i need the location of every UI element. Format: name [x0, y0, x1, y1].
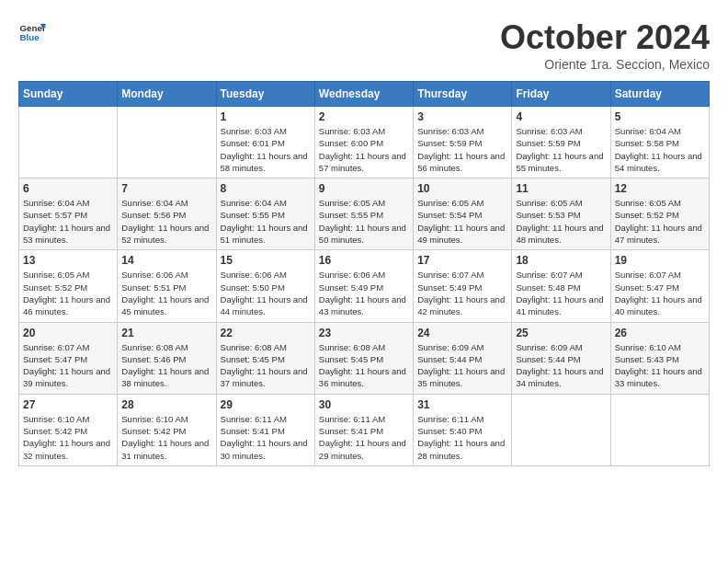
- calendar-day-cell: 25Sunrise: 6:09 AM Sunset: 5:44 PM Dayli…: [512, 322, 610, 394]
- month-title: October 2024: [500, 18, 710, 57]
- day-number: 4: [516, 110, 606, 123]
- day-number: 22: [221, 327, 311, 339]
- calendar-day-cell: 4Sunrise: 6:03 AM Sunset: 5:59 PM Daylig…: [512, 107, 610, 178]
- day-info: Sunrise: 6:06 AM Sunset: 5:49 PM Dayligh…: [319, 269, 409, 317]
- day-number: 19: [615, 254, 705, 267]
- calendar-day-cell: 5Sunrise: 6:04 AM Sunset: 5:58 PM Daylig…: [610, 107, 709, 178]
- weekday-header-friday: Friday: [512, 82, 610, 107]
- calendar-day-cell: 21Sunrise: 6:08 AM Sunset: 5:46 PM Dayli…: [118, 322, 216, 394]
- day-number: 21: [121, 327, 211, 339]
- day-number: 10: [417, 182, 507, 195]
- calendar-day-cell: 15Sunrise: 6:06 AM Sunset: 5:50 PM Dayli…: [216, 250, 314, 322]
- day-info: Sunrise: 6:05 AM Sunset: 5:52 PM Dayligh…: [23, 269, 113, 317]
- calendar-day-cell: 12Sunrise: 6:05 AM Sunset: 5:52 PM Dayli…: [610, 178, 709, 250]
- calendar-day-cell: 11Sunrise: 6:05 AM Sunset: 5:53 PM Dayli…: [512, 178, 610, 250]
- calendar-header-row: SundayMondayTuesdayWednesdayThursdayFrid…: [19, 82, 710, 107]
- logo: General Blue: [18, 18, 46, 46]
- calendar-day-cell: 13Sunrise: 6:05 AM Sunset: 5:52 PM Dayli…: [19, 250, 118, 322]
- calendar-day-cell: 7Sunrise: 6:04 AM Sunset: 5:56 PM Daylig…: [118, 178, 216, 250]
- day-number: 18: [516, 254, 606, 267]
- day-info: Sunrise: 6:04 AM Sunset: 5:56 PM Dayligh…: [121, 197, 211, 246]
- day-number: 5: [615, 110, 705, 123]
- calendar-day-cell: 18Sunrise: 6:07 AM Sunset: 5:48 PM Dayli…: [512, 250, 610, 322]
- day-info: Sunrise: 6:07 AM Sunset: 5:47 PM Dayligh…: [23, 341, 113, 390]
- calendar-day-cell: 3Sunrise: 6:03 AM Sunset: 5:59 PM Daylig…: [414, 107, 512, 178]
- calendar-day-cell: 16Sunrise: 6:06 AM Sunset: 5:49 PM Dayli…: [314, 250, 413, 322]
- day-number: 2: [319, 110, 409, 123]
- weekday-header-sunday: Sunday: [19, 82, 118, 107]
- day-number: 14: [121, 254, 211, 267]
- day-number: 25: [516, 327, 606, 339]
- day-number: 30: [319, 398, 409, 411]
- page-header: General Blue October 2024 Oriente 1ra. S…: [18, 18, 710, 72]
- calendar-day-cell: 6Sunrise: 6:04 AM Sunset: 5:57 PM Daylig…: [19, 178, 118, 250]
- day-number: 28: [121, 398, 211, 411]
- day-info: Sunrise: 6:04 AM Sunset: 5:58 PM Dayligh…: [615, 125, 705, 174]
- calendar-day-cell: 10Sunrise: 6:05 AM Sunset: 5:54 PM Dayli…: [414, 178, 512, 250]
- calendar-day-cell: [610, 394, 709, 465]
- calendar-week-row: 1Sunrise: 6:03 AM Sunset: 6:01 PM Daylig…: [19, 107, 710, 178]
- day-info: Sunrise: 6:06 AM Sunset: 5:50 PM Dayligh…: [221, 269, 311, 317]
- day-number: 31: [417, 398, 507, 411]
- day-info: Sunrise: 6:03 AM Sunset: 5:59 PM Dayligh…: [417, 125, 507, 174]
- calendar-day-cell: 23Sunrise: 6:08 AM Sunset: 5:45 PM Dayli…: [314, 322, 413, 394]
- calendar-day-cell: [512, 394, 610, 465]
- day-info: Sunrise: 6:10 AM Sunset: 5:43 PM Dayligh…: [615, 341, 705, 390]
- day-number: 16: [319, 254, 409, 267]
- calendar-day-cell: 17Sunrise: 6:07 AM Sunset: 5:49 PM Dayli…: [414, 250, 512, 322]
- day-info: Sunrise: 6:05 AM Sunset: 5:52 PM Dayligh…: [615, 197, 705, 246]
- day-info: Sunrise: 6:08 AM Sunset: 5:46 PM Dayligh…: [121, 341, 211, 390]
- day-number: 24: [417, 327, 507, 339]
- calendar-day-cell: 26Sunrise: 6:10 AM Sunset: 5:43 PM Dayli…: [610, 322, 709, 394]
- day-number: 29: [221, 398, 311, 411]
- calendar-day-cell: 1Sunrise: 6:03 AM Sunset: 6:01 PM Daylig…: [216, 107, 314, 178]
- day-info: Sunrise: 6:07 AM Sunset: 5:47 PM Dayligh…: [615, 269, 705, 317]
- day-info: Sunrise: 6:09 AM Sunset: 5:44 PM Dayligh…: [516, 341, 606, 390]
- day-info: Sunrise: 6:10 AM Sunset: 5:42 PM Dayligh…: [23, 413, 113, 462]
- title-block: October 2024 Oriente 1ra. Seccion, Mexic…: [500, 18, 710, 72]
- day-number: 3: [417, 110, 507, 123]
- calendar-week-row: 13Sunrise: 6:05 AM Sunset: 5:52 PM Dayli…: [19, 250, 710, 322]
- calendar-day-cell: 20Sunrise: 6:07 AM Sunset: 5:47 PM Dayli…: [19, 322, 118, 394]
- day-number: 8: [221, 182, 311, 195]
- day-number: 26: [615, 327, 705, 339]
- day-number: 7: [121, 182, 211, 195]
- weekday-header-monday: Monday: [118, 82, 216, 107]
- calendar-day-cell: 2Sunrise: 6:03 AM Sunset: 6:00 PM Daylig…: [314, 107, 413, 178]
- day-number: 13: [23, 254, 113, 267]
- calendar-day-cell: 28Sunrise: 6:10 AM Sunset: 5:42 PM Dayli…: [118, 394, 216, 465]
- day-number: 23: [319, 327, 409, 339]
- day-number: 20: [23, 327, 113, 339]
- calendar-day-cell: 8Sunrise: 6:04 AM Sunset: 5:55 PM Daylig…: [216, 178, 314, 250]
- calendar-week-row: 20Sunrise: 6:07 AM Sunset: 5:47 PM Dayli…: [19, 322, 710, 394]
- day-info: Sunrise: 6:09 AM Sunset: 5:44 PM Dayligh…: [417, 341, 507, 390]
- day-info: Sunrise: 6:04 AM Sunset: 5:57 PM Dayligh…: [23, 197, 113, 246]
- day-info: Sunrise: 6:11 AM Sunset: 5:41 PM Dayligh…: [221, 413, 311, 462]
- day-info: Sunrise: 6:03 AM Sunset: 5:59 PM Dayligh…: [516, 125, 606, 174]
- calendar-day-cell: 30Sunrise: 6:11 AM Sunset: 5:41 PM Dayli…: [314, 394, 413, 465]
- calendar-week-row: 27Sunrise: 6:10 AM Sunset: 5:42 PM Dayli…: [19, 394, 710, 465]
- weekday-header-saturday: Saturday: [610, 82, 709, 107]
- calendar-table: SundayMondayTuesdayWednesdayThursdayFrid…: [18, 81, 710, 466]
- location-title: Oriente 1ra. Seccion, Mexico: [500, 57, 710, 72]
- calendar-day-cell: 19Sunrise: 6:07 AM Sunset: 5:47 PM Dayli…: [610, 250, 709, 322]
- weekday-header-tuesday: Tuesday: [216, 82, 314, 107]
- day-info: Sunrise: 6:10 AM Sunset: 5:42 PM Dayligh…: [121, 413, 211, 462]
- day-info: Sunrise: 6:07 AM Sunset: 5:49 PM Dayligh…: [417, 269, 507, 317]
- day-info: Sunrise: 6:08 AM Sunset: 5:45 PM Dayligh…: [221, 341, 311, 390]
- day-info: Sunrise: 6:05 AM Sunset: 5:54 PM Dayligh…: [417, 197, 507, 246]
- day-info: Sunrise: 6:03 AM Sunset: 6:00 PM Dayligh…: [319, 125, 409, 174]
- day-info: Sunrise: 6:05 AM Sunset: 5:53 PM Dayligh…: [516, 197, 606, 246]
- calendar-week-row: 6Sunrise: 6:04 AM Sunset: 5:57 PM Daylig…: [19, 178, 710, 250]
- day-number: 1: [221, 110, 311, 123]
- weekday-header-wednesday: Wednesday: [314, 82, 413, 107]
- day-info: Sunrise: 6:05 AM Sunset: 5:55 PM Dayligh…: [319, 197, 409, 246]
- logo-icon: General Blue: [18, 18, 46, 46]
- calendar-day-cell: 22Sunrise: 6:08 AM Sunset: 5:45 PM Dayli…: [216, 322, 314, 394]
- day-number: 9: [319, 182, 409, 195]
- day-info: Sunrise: 6:11 AM Sunset: 5:41 PM Dayligh…: [319, 413, 409, 462]
- calendar-day-cell: 9Sunrise: 6:05 AM Sunset: 5:55 PM Daylig…: [314, 178, 413, 250]
- day-number: 12: [615, 182, 705, 195]
- day-info: Sunrise: 6:04 AM Sunset: 5:55 PM Dayligh…: [221, 197, 311, 246]
- day-info: Sunrise: 6:07 AM Sunset: 5:48 PM Dayligh…: [516, 269, 606, 317]
